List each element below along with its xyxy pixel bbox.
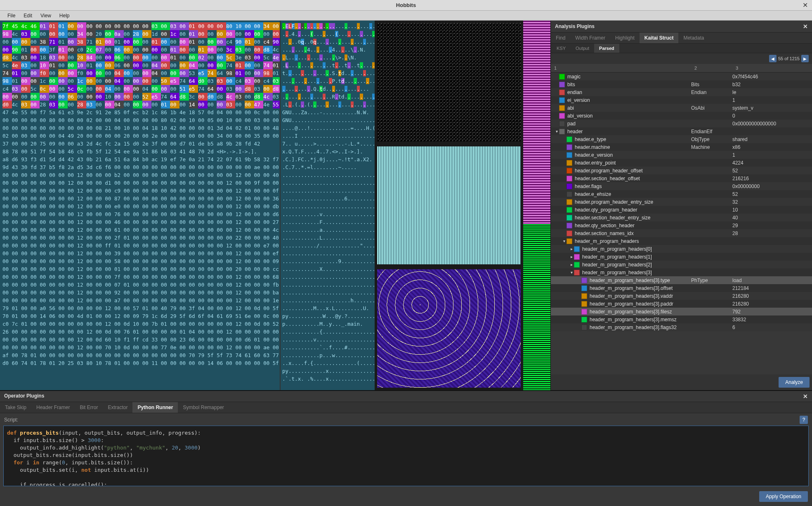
tree-row[interactable]: ▸header_m_program_headers[2] [551, 261, 812, 268]
expand-icon[interactable]: ▾ [569, 270, 574, 275]
subtab-ksy[interactable]: KSY [552, 44, 571, 53]
expand-icon[interactable]: ▸ [569, 254, 574, 259]
nav-next-icon[interactable]: ▶ [801, 55, 809, 62]
menu-view[interactable]: View [36, 12, 55, 20]
tree-row[interactable]: ▾headerEndianElf [551, 127, 812, 135]
tree-node-value: 792 [732, 309, 812, 315]
operator-close-icon[interactable]: ✕ [803, 393, 808, 400]
menu-help[interactable]: Help [55, 12, 74, 20]
tree-node-value: 52 [732, 191, 812, 197]
tree-node-name: header_m_program_headers[3].offset [590, 285, 691, 291]
color-swatch [567, 160, 572, 166]
viz-minimap-strip[interactable] [523, 21, 550, 390]
expand-icon[interactable]: ▸ [569, 262, 574, 267]
tab-metadata[interactable]: Metadata [678, 33, 709, 43]
script-help-button[interactable]: ? [800, 416, 808, 424]
tree-row[interactable]: header.section_names_idx28 [551, 229, 812, 237]
color-swatch [567, 191, 572, 197]
color-swatch [567, 199, 572, 205]
window-close-icon[interactable]: ✕ [803, 1, 808, 9]
tree-row[interactable]: ▾header_m_program_headers [551, 237, 812, 245]
hex-pane[interactable]: 7f 45 4c 46 01 01 01 00 00 00 00 00 00 0… [0, 21, 280, 390]
tree-row[interactable]: header.e_typeObjTypeshared [551, 135, 812, 143]
optab-symbol-remapper[interactable]: Symbol Remapper [178, 402, 229, 413]
nav-position-text: 55 of 1215 [778, 56, 800, 61]
tree-row[interactable]: abi_version0 [551, 112, 812, 120]
tree-node-name: header_m_program_headers[1] [582, 254, 691, 260]
tree-row[interactable]: header.entry_point4224 [551, 159, 812, 167]
viz-entropy-mid[interactable] [377, 146, 521, 265]
tree-row[interactable]: header.flags0x00000000 [551, 182, 812, 190]
color-swatch [559, 74, 565, 80]
tree-row[interactable]: pad0x00000000000000 [551, 120, 812, 127]
subtab-parsed[interactable]: Parsed [594, 44, 619, 53]
tab-find[interactable]: Find [551, 33, 570, 43]
tree-row[interactable]: header.program_header_entry_size32 [551, 198, 812, 206]
tree-row[interactable]: header.e_ehsize52 [551, 190, 812, 198]
tree-row[interactable]: header_m_program_headers[3].memsz33832 [551, 315, 812, 323]
tree-row[interactable]: ▾header_m_program_headers[3] [551, 268, 812, 276]
tree-row[interactable]: ▸header_m_program_headers[1] [551, 253, 812, 261]
tree-row[interactable]: header.qty_section_header29 [551, 221, 812, 229]
tree-row[interactable]: endianEndianle [551, 88, 812, 96]
tree-row[interactable]: header.qty_program_header10 [551, 206, 812, 214]
tree-node-value: x86 [732, 144, 812, 150]
optab-bit-error[interactable]: Bit Error [75, 402, 103, 413]
tree-node-name: header_m_program_headers[3].filesz [590, 309, 691, 315]
menu-file[interactable]: File [3, 12, 19, 20]
parse-tree[interactable]: magic0x7f454c46bitsBitsb32endianEndianle… [551, 73, 812, 374]
tree-row[interactable]: header_m_program_headers[3].flags326 [551, 323, 812, 331]
script-editor[interactable]: def process_bits(input, output_bits, out… [3, 426, 809, 486]
tree-row[interactable]: ei_version1 [551, 96, 812, 104]
optab-header-framer[interactable]: Header Framer [31, 402, 75, 413]
tree-row[interactable]: header.section_header_offset216216 [551, 174, 812, 182]
color-swatch [574, 254, 580, 260]
tree-row[interactable]: header_m_program_headers[3].vaddr216280 [551, 292, 812, 300]
color-swatch [567, 215, 572, 221]
tree-row[interactable]: header.section_header_entry_size40 [551, 214, 812, 221]
optab-take-skip[interactable]: Take Skip [0, 402, 31, 413]
tree-row[interactable]: header.machineMachinex86 [551, 143, 812, 151]
tree-node-value: 216280 [732, 301, 812, 307]
tree-node-name: header.section_header_offset [575, 176, 691, 181]
ascii-pane[interactable]: .ELF...............................4....… [280, 21, 375, 390]
tree-node-value: b32 [732, 82, 812, 87]
tree-node-name: header.flags [575, 184, 691, 189]
tree-node-name: header_m_program_headers[3].paddr [590, 301, 691, 307]
tab-kaitai-struct[interactable]: Kaitai Struct [640, 33, 679, 43]
tree-row[interactable]: abiOsAbisystem_v [551, 104, 812, 112]
tree-row[interactable]: header_m_program_headers[3].paddr216280 [551, 300, 812, 308]
expand-icon[interactable]: ▾ [562, 239, 567, 243]
tree-row[interactable]: ▸header_m_program_headers[0] [551, 245, 812, 253]
tree-row[interactable]: header_m_program_headers[3].offset212184 [551, 284, 812, 292]
tree-node-name: header_m_program_headers[0] [582, 246, 691, 252]
viz-entropy-top[interactable] [377, 23, 521, 141]
tree-node-name: header.program_header_offset [575, 168, 691, 174]
expand-icon[interactable]: ▸ [569, 247, 574, 251]
tree-row[interactable]: header.e_version1 [551, 151, 812, 159]
nav-prev-icon[interactable]: ◀ [769, 55, 777, 62]
analyze-button[interactable]: Analyze [779, 377, 810, 388]
tree-node-value: 1 [732, 152, 812, 158]
color-swatch [567, 207, 572, 213]
optab-extractor[interactable]: Extractor [103, 402, 132, 413]
tree-row[interactable]: bitsBitsb32 [551, 80, 812, 88]
operator-title: Operator Plugins [4, 393, 44, 400]
tree-node-name: header.program_header_entry_size [575, 199, 691, 205]
tree-row[interactable]: magic0x7f454c46 [551, 73, 812, 80]
color-swatch [574, 246, 580, 252]
color-swatch [567, 231, 572, 236]
tab-width-framer[interactable]: Width Framer [570, 33, 610, 43]
expand-icon[interactable]: ▾ [554, 129, 559, 134]
viz-entropy-bottom[interactable] [377, 269, 521, 388]
tab-highlight[interactable]: Highlight [610, 33, 640, 43]
tree-node-name: header.machine [575, 144, 691, 150]
tree-row[interactable]: header.program_header_offset52 [551, 167, 812, 174]
apply-operation-button[interactable]: Apply Operation [759, 491, 808, 502]
analysis-close-icon[interactable]: ✕ [803, 23, 808, 30]
subtab-output[interactable]: Output [571, 44, 594, 53]
tree-row[interactable]: header_m_program_headers[3].filesz792 [551, 308, 812, 315]
menu-edit[interactable]: Edit [19, 12, 36, 20]
optab-python-runner[interactable]: Python Runner [132, 402, 178, 413]
tree-row[interactable]: header_m_program_headers[3].typePhTypelo… [551, 276, 812, 284]
